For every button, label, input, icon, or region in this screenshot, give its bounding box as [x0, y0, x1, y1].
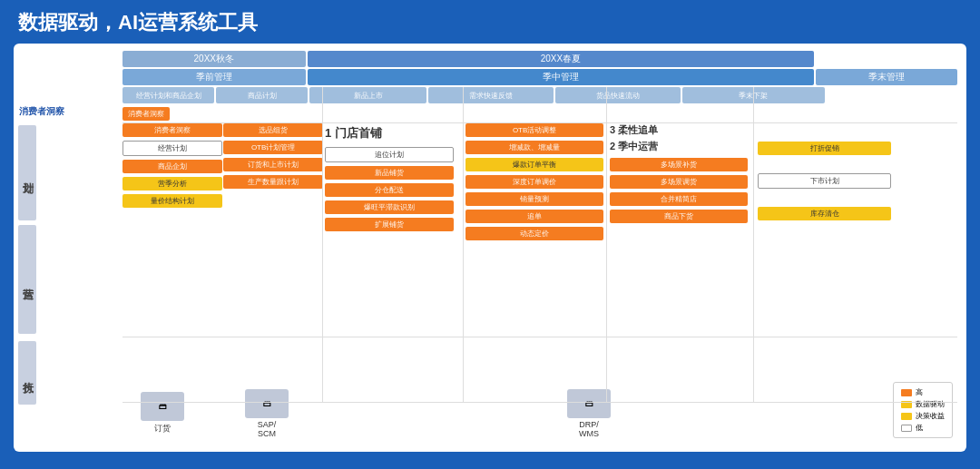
legend-item-orange: 高: [901, 387, 945, 397]
plan-item-otb: OTB计划管理: [223, 141, 323, 154]
season-autumn: 20XX秋冬: [122, 51, 306, 67]
plan-item-merch: 商品企划: [122, 160, 222, 173]
legend-label-decision: 决策收益: [916, 411, 945, 421]
flow-section: 3 柔性追单 2 季中运营 多场景补货 多场景调货 合并精简店 商品下货: [610, 123, 748, 223]
ops-label: 运营: [18, 225, 36, 334]
season-spring: 20XX春夏: [308, 51, 815, 67]
dem-hot: 爆款订单平衡: [466, 158, 603, 171]
legend: 高 数据驱动 决策收益 低: [893, 382, 953, 438]
end-promo: 打折促销: [758, 142, 891, 155]
exec-drp-icon: 🗃: [567, 389, 611, 418]
season-end: [816, 51, 957, 67]
launch-newgoods: 新品铺货: [325, 166, 454, 180]
flow-merge: 合并精简店: [610, 192, 748, 206]
exec-order-icon: 🗃: [141, 392, 184, 421]
plan-col1: 消费者洞察 经营计划 商品企划 营季分析 量价结构计划: [122, 123, 222, 208]
flow-down: 商品下货: [610, 210, 748, 223]
launch-main-label: 1 门店首铺: [325, 125, 454, 142]
vert-line-1: [322, 87, 323, 402]
chart-area: 20XX秋冬 20XX春夏 季前管理 季中管理 季末管理 经营计划和商品企划 商…: [14, 44, 966, 452]
dem-deep: 深度订单调价: [466, 175, 603, 189]
subphase-0: 经营计划和商品企划: [122, 87, 214, 103]
flow-replenish: 多场景补货: [610, 158, 748, 171]
exec-drp-label: DRP/ WMS: [579, 420, 599, 438]
plan-label: 计划: [18, 125, 36, 220]
dem-price: 动态定价: [466, 227, 603, 240]
exec-sap-label: SAP/ SCM: [258, 420, 277, 438]
end-section: 打折促销 下市计划 库存清仓: [758, 142, 891, 220]
dem-forecast: 销量预测: [466, 192, 603, 206]
subphase-headers: 经营计划和商品企划 商品计划 新品上市 需求快速反馈 货品快速流动 季末下架: [122, 87, 957, 103]
exec-order-label: 订货: [154, 423, 171, 435]
dem-adj: 增减款、增减量: [466, 141, 603, 154]
subphase-1: 商品计划: [216, 87, 308, 103]
plan-item-biz: 经营计划: [122, 141, 222, 156]
vert-line-2: [463, 87, 464, 402]
launch-track: 追位计划: [325, 147, 454, 162]
legend-label-high: 高: [916, 387, 923, 397]
phase-pre: 季前管理: [122, 69, 306, 85]
flow-items: 多场景补货 多场景调货 合并精简店 商品下货: [610, 158, 748, 223]
legend-item-yellow2: 决策收益: [901, 411, 945, 421]
plan-col2: 选品组货 OTB计划管理 订货和上市计划 生产数量跟计划: [223, 123, 323, 189]
legend-label-data: 数据驱动: [916, 399, 945, 409]
exec-order: 🗃 订货: [141, 392, 184, 435]
legend-color-orange: [901, 389, 912, 396]
launch-expand: 扩展铺货: [325, 218, 454, 231]
subphase-2: 新品上市: [309, 87, 426, 103]
legend-label-low: 低: [916, 423, 923, 433]
phase-mid: 季中管理: [308, 69, 815, 85]
plan-item-consumer: 消费者洞察: [122, 123, 222, 137]
exec-sap-icon: 🗃: [245, 389, 289, 418]
grid-line-3: [122, 402, 957, 403]
launch-warehouse: 分仓配送: [325, 183, 454, 197]
exec-drp: 🗃 DRP/ WMS: [567, 389, 611, 438]
legend-item-white: 低: [901, 423, 945, 433]
plan-item-seasonal: 营季分析: [122, 177, 222, 191]
launch-identify: 爆旺平滞款识别: [325, 200, 454, 214]
exec-label: 执行: [18, 341, 36, 405]
legend-item-yellow1: 数据驱动: [901, 399, 945, 409]
flow-label-3: 3 柔性追单: [610, 123, 748, 137]
dem-otb: OTB活动调整: [466, 123, 603, 137]
vert-line-4: [753, 87, 754, 402]
plan-item-prod: 生产数量跟计划: [223, 175, 323, 189]
flow-label-2: 2 季中运营: [610, 140, 748, 153]
grid-line-2: [122, 337, 957, 337]
main-container: 数据驱动，AI运营系统工具 20XX秋冬 20XX春夏 季前管理 季中管理 季末…: [0, 0, 980, 469]
page-title: 数据驱动，AI运营系统工具: [14, 9, 966, 36]
execution-row: 🗃 订货 🗃 SAP/ SCM 🗃 DRP/ WMS: [122, 388, 957, 438]
consumer-insight-label: 消费者洞察: [19, 105, 64, 118]
plan-item-select: 选品组货: [223, 123, 323, 137]
legend-color-yellow2: [901, 413, 912, 420]
plan-item-order: 订货和上市计划: [223, 158, 323, 171]
exec-sap: 🗃 SAP/ SCM: [245, 389, 289, 438]
end-plan: 下市计划: [758, 173, 891, 189]
vert-line-3: [606, 87, 607, 402]
legend-color-white: [901, 425, 912, 432]
launch-section: 1 门店首铺 追位计划 新品铺货 分仓配送 爆旺平滞款识别 扩展铺货: [325, 125, 454, 231]
ci-box-1: 消费者洞察: [122, 107, 170, 121]
season-headers: 20XX秋冬 20XX春夏: [122, 51, 957, 67]
launch-items: 追位计划 新品铺货 分仓配送 爆旺平滞款识别 扩展铺货: [325, 147, 454, 231]
phase-headers: 季前管理 季中管理 季末管理: [122, 69, 957, 85]
demand-section: OTB活动调整 增减款、增减量 爆款订单平衡 深度订单调价 销量预测 追单 动态…: [466, 123, 603, 240]
phase-post: 季末管理: [816, 69, 957, 85]
demand-items: OTB活动调整 增减款、增减量 爆款订单平衡 深度订单调价 销量预测 追单 动态…: [466, 123, 603, 240]
consumer-insight-row: 消费者洞察: [122, 105, 957, 122]
dem-chase: 追单: [466, 210, 603, 223]
flow-transfer: 多场景调货: [610, 175, 748, 189]
subphase-3: 需求快速反馈: [428, 87, 554, 103]
grid-line-1: [122, 122, 957, 123]
subphase-4: 货品快速流动: [555, 87, 681, 103]
plan-item-price: 量价结构计划: [122, 194, 222, 208]
end-clear: 库存清仓: [758, 207, 891, 220]
